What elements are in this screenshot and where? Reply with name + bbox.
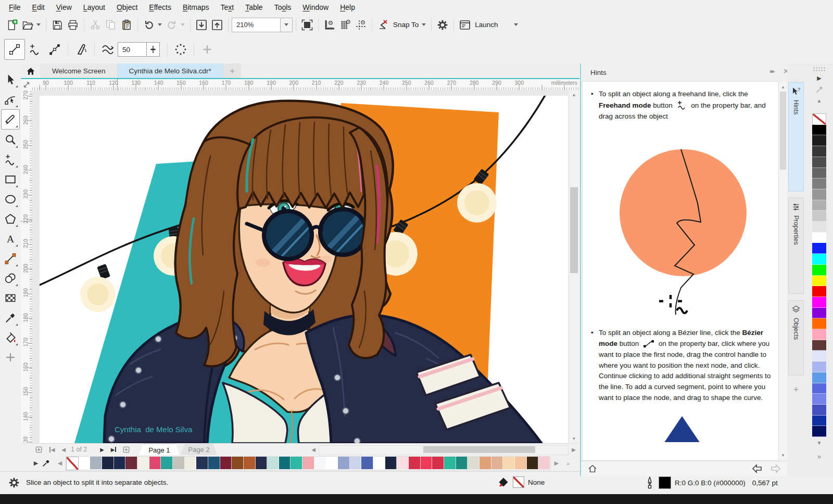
color-swatch[interactable] bbox=[185, 457, 197, 469]
color-swatch[interactable] bbox=[220, 457, 232, 469]
show-guidelines-button[interactable] bbox=[353, 17, 369, 33]
color-swatch[interactable] bbox=[812, 394, 826, 405]
docker-tab-objects[interactable]: Objects bbox=[788, 300, 804, 376]
docker-tab-properties[interactable]: Properties bbox=[788, 198, 804, 294]
color-swatch[interactable] bbox=[302, 457, 314, 469]
color-swatch[interactable] bbox=[279, 457, 291, 469]
scrollbar-thumb[interactable] bbox=[780, 92, 786, 170]
two-point-line-mode-button[interactable] bbox=[4, 39, 25, 60]
import-button[interactable] bbox=[194, 17, 209, 33]
cut-button[interactable] bbox=[87, 17, 103, 33]
color-swatch[interactable] bbox=[527, 457, 539, 469]
color-swatch[interactable] bbox=[812, 211, 826, 222]
first-page-button[interactable]: ◀ bbox=[47, 445, 57, 454]
color-swatch[interactable] bbox=[812, 135, 826, 146]
color-swatch[interactable] bbox=[812, 265, 826, 276]
color-swatch[interactable] bbox=[468, 457, 479, 469]
color-swatch[interactable] bbox=[812, 383, 826, 394]
snap-to-dropdown[interactable] bbox=[422, 23, 426, 26]
color-swatch[interactable] bbox=[397, 457, 409, 469]
color-swatch[interactable] bbox=[326, 457, 338, 469]
redo-button[interactable] bbox=[164, 17, 180, 33]
palette-flyout-icon[interactable]: ▶ bbox=[30, 460, 42, 467]
color-swatch[interactable] bbox=[114, 457, 126, 469]
color-swatch[interactable] bbox=[812, 308, 826, 319]
hints-scrollbar[interactable]: ▲ ▼ bbox=[779, 82, 787, 460]
color-swatch[interactable] bbox=[338, 457, 350, 469]
options-gear-button[interactable] bbox=[435, 17, 450, 33]
zoom-tool[interactable] bbox=[2, 130, 19, 149]
color-swatch[interactable] bbox=[812, 286, 826, 297]
color-swatch[interactable] bbox=[444, 457, 456, 469]
scroll-down-icon[interactable]: ▼ bbox=[569, 434, 579, 443]
save-button[interactable] bbox=[49, 17, 65, 33]
palette-eyedropper-icon[interactable] bbox=[812, 85, 826, 94]
previous-page-button[interactable]: ◀ bbox=[58, 445, 69, 454]
fill-icon[interactable] bbox=[498, 476, 509, 488]
color-swatch[interactable] bbox=[314, 457, 326, 469]
color-swatch[interactable] bbox=[812, 340, 826, 351]
paste-button[interactable] bbox=[119, 17, 134, 33]
freehand-tool[interactable] bbox=[2, 150, 19, 169]
color-swatch[interactable] bbox=[421, 457, 433, 469]
color-swatch[interactable] bbox=[125, 457, 137, 469]
color-swatch[interactable] bbox=[350, 457, 362, 469]
color-swatch[interactable] bbox=[812, 189, 826, 200]
color-swatch[interactable] bbox=[456, 457, 468, 469]
ellipse-tool[interactable] bbox=[2, 189, 19, 209]
palette-expand-icon[interactable]: » bbox=[812, 453, 826, 460]
menu-tools[interactable]: Tools bbox=[269, 1, 297, 14]
color-swatch[interactable] bbox=[812, 372, 826, 383]
color-swatch[interactable] bbox=[812, 361, 826, 372]
menu-effects[interactable]: Effects bbox=[143, 1, 177, 14]
color-swatch[interactable] bbox=[479, 457, 491, 469]
color-swatch[interactable] bbox=[79, 457, 91, 469]
menu-layout[interactable]: Layout bbox=[78, 1, 111, 14]
color-swatch[interactable] bbox=[812, 329, 826, 340]
menu-table[interactable]: Table bbox=[239, 1, 268, 14]
color-swatch[interactable] bbox=[149, 457, 161, 469]
color-swatch[interactable] bbox=[812, 232, 826, 243]
color-swatch[interactable] bbox=[256, 457, 268, 469]
bezier-mode-button[interactable] bbox=[45, 40, 65, 59]
palette-scroll-left-icon[interactable]: ◀ bbox=[54, 460, 66, 467]
color-swatch[interactable] bbox=[538, 457, 550, 469]
position-dots-button[interactable] bbox=[171, 40, 191, 59]
color-swatch[interactable] bbox=[812, 426, 826, 437]
launch-icon[interactable] bbox=[457, 17, 473, 33]
color-swatch[interactable] bbox=[812, 146, 826, 157]
text-tool[interactable]: A bbox=[2, 229, 19, 248]
color-swatch[interactable] bbox=[812, 405, 826, 416]
ruler-origin-button[interactable] bbox=[21, 79, 33, 91]
open-button[interactable] bbox=[20, 17, 35, 33]
next-page-button[interactable]: ▶ bbox=[97, 445, 107, 454]
last-page-button[interactable]: ▶ bbox=[108, 445, 119, 454]
hints-forward-icon[interactable] bbox=[769, 463, 782, 474]
add-docker-button[interactable]: + bbox=[789, 383, 803, 396]
palette-scroll-right-icon[interactable]: ▶ bbox=[551, 460, 562, 467]
canvas-horizontal-scrollbar[interactable] bbox=[319, 445, 569, 455]
color-swatch[interactable] bbox=[373, 457, 385, 469]
color-swatch[interactable] bbox=[90, 457, 102, 469]
new-document-tab-button[interactable]: + bbox=[223, 63, 241, 79]
pick-tool[interactable] bbox=[2, 70, 19, 89]
color-swatch[interactable] bbox=[244, 457, 256, 469]
open-dropdown[interactable] bbox=[36, 23, 41, 26]
palette-expand-icon[interactable]: » bbox=[562, 460, 574, 467]
vertical-ruler[interactable]: 2702602502402302202102001901801701601501… bbox=[21, 90, 33, 443]
menu-object[interactable]: Object bbox=[111, 1, 143, 14]
eyedropper-tool[interactable] bbox=[2, 308, 19, 327]
scrollbar-thumb[interactable] bbox=[570, 187, 578, 273]
interactive-fill-tool[interactable] bbox=[2, 328, 19, 347]
redo-dropdown[interactable] bbox=[181, 23, 185, 26]
print-button[interactable] bbox=[65, 17, 81, 33]
color-swatch[interactable] bbox=[432, 457, 444, 469]
color-swatch[interactable] bbox=[812, 178, 826, 189]
export-button[interactable] bbox=[209, 17, 225, 33]
outline-color-swatch[interactable] bbox=[659, 476, 671, 489]
shadow-tool[interactable] bbox=[2, 268, 19, 288]
menu-view[interactable]: View bbox=[51, 1, 78, 14]
color-swatch[interactable] bbox=[361, 457, 373, 469]
menu-file[interactable]: File bbox=[3, 1, 27, 14]
color-swatch[interactable] bbox=[232, 457, 244, 469]
